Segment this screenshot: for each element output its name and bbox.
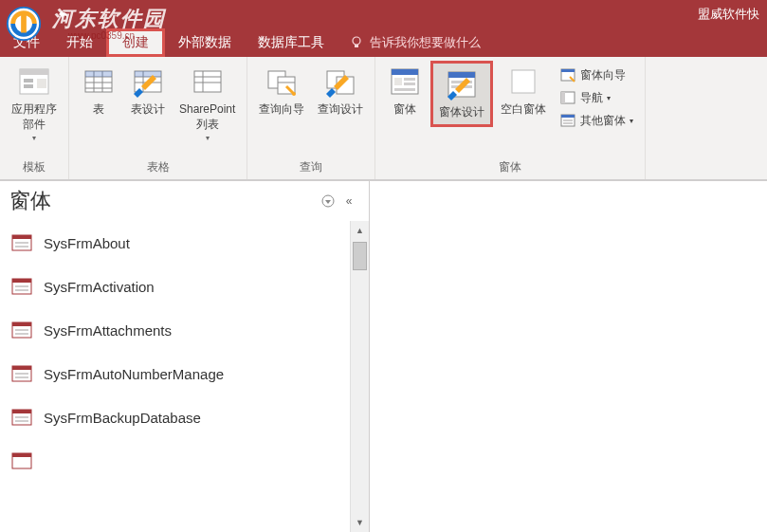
- form-button[interactable]: 窗体: [381, 61, 429, 121]
- ribbon-group-tables: 表 表设计 SharePoint 列表 ▾ 表格: [69, 57, 247, 179]
- svg-rect-55: [563, 122, 573, 124]
- scroll-thumb[interactable]: [353, 242, 367, 270]
- navigation-button[interactable]: 导航 ▾: [556, 87, 637, 108]
- nav-collapse-button[interactable]: «: [338, 191, 359, 211]
- ribbon-group-forms: 窗体 窗体设计 空白窗体 窗体向导: [375, 57, 646, 179]
- lightbulb-icon: [349, 35, 364, 50]
- nav-item-sysfrmactivation[interactable]: SysFrmActivation: [0, 265, 350, 308]
- svg-rect-63: [12, 279, 31, 283]
- query-wizard-icon: [265, 64, 299, 99]
- svg-rect-65: [15, 289, 28, 291]
- nav-item-sysfrmautonumbermanage[interactable]: SysFrmAutoNumberManage: [0, 352, 350, 395]
- nav-scrollbar[interactable]: ▲ ▼: [350, 221, 369, 532]
- blank-form-button[interactable]: 空白窗体: [495, 61, 552, 121]
- navigation-pane: 窗体 « SysFrmAbout SysFrmActivation SysFrm…: [0, 181, 370, 532]
- tab-external-data[interactable]: 外部数据: [165, 28, 245, 57]
- chevron-down-icon: ▾: [630, 117, 633, 125]
- form-object-icon: [11, 278, 32, 295]
- svg-rect-77: [15, 420, 28, 422]
- svg-rect-38: [404, 78, 415, 81]
- form-wizard-button[interactable]: 窗体向导: [556, 64, 637, 85]
- nav-item-sysfrmabout[interactable]: SysFrmAbout: [0, 221, 350, 265]
- svg-rect-47: [512, 70, 535, 93]
- table-design-icon: [131, 64, 165, 99]
- app-parts-button[interactable]: 应用程序 部件 ▾: [6, 61, 63, 146]
- svg-rect-60: [15, 242, 28, 244]
- group-label-forms: 窗体: [381, 157, 639, 177]
- form-object-icon: [11, 234, 32, 251]
- more-forms-icon: [559, 112, 576, 129]
- query-design-button[interactable]: 查询设计: [312, 61, 369, 121]
- svg-rect-51: [561, 92, 565, 103]
- app-parts-label: 应用程序 部件: [11, 102, 57, 132]
- svg-rect-36: [392, 69, 418, 75]
- svg-point-30: [292, 92, 296, 96]
- table-design-button[interactable]: 表设计: [124, 61, 172, 121]
- nav-filter-dropdown[interactable]: [318, 191, 338, 211]
- form-object-icon: [11, 452, 32, 469]
- form-object-icon: [11, 321, 32, 339]
- form-icon: [388, 64, 422, 99]
- group-label-tables: 表格: [75, 157, 241, 177]
- tell-me-search[interactable]: 告诉我你想要做什么: [338, 28, 492, 57]
- nav-header: 窗体 «: [0, 181, 369, 221]
- query-design-icon: [323, 64, 357, 99]
- scroll-up-button[interactable]: ▲: [351, 221, 369, 240]
- svg-rect-73: [15, 376, 28, 378]
- svg-rect-23: [194, 71, 221, 92]
- svg-rect-37: [394, 78, 402, 85]
- svg-rect-8: [37, 79, 46, 88]
- svg-rect-5: [20, 69, 48, 75]
- chevron-down-icon: ▾: [206, 134, 210, 142]
- blank-form-icon: [506, 64, 540, 99]
- ribbon: 应用程序 部件 ▾ 模板 表 表设计: [0, 57, 767, 180]
- svg-rect-40: [394, 88, 415, 91]
- app-logo-icon: [6, 6, 42, 42]
- svg-rect-53: [561, 115, 575, 118]
- svg-rect-42: [448, 72, 475, 78]
- ribbon-group-queries: 查询向导 查询设计 查询: [247, 57, 375, 179]
- sharepoint-icon: [191, 64, 225, 99]
- svg-marker-33: [326, 88, 336, 98]
- svg-rect-69: [15, 333, 28, 335]
- nav-title: 窗体: [9, 187, 318, 215]
- watermark-url: www.pc0359.cn: [68, 30, 135, 41]
- app-parts-icon: [17, 64, 51, 99]
- svg-rect-76: [15, 416, 28, 418]
- nav-item-sysfrmbackupdatabase[interactable]: SysFrmBackupDatabase: [0, 395, 350, 439]
- nav-item-partial[interactable]: [0, 439, 350, 483]
- form-wizard-icon: [559, 66, 576, 83]
- window-title: 盟威软件快: [698, 6, 759, 23]
- table-button[interactable]: 表: [75, 61, 122, 121]
- svg-rect-15: [85, 71, 112, 77]
- svg-point-2: [353, 37, 360, 45]
- main-canvas: [370, 181, 767, 532]
- group-label-templates: 模板: [6, 157, 63, 177]
- form-object-icon: [11, 365, 32, 382]
- nav-item-sysfrmattachments[interactable]: SysFrmAttachments: [0, 308, 350, 352]
- form-design-icon: [445, 67, 479, 101]
- svg-rect-39: [404, 83, 415, 85]
- form-design-button[interactable]: 窗体设计: [430, 61, 493, 127]
- svg-rect-64: [15, 285, 28, 287]
- tab-database-tools[interactable]: 数据库工具: [245, 28, 338, 57]
- svg-rect-71: [12, 366, 31, 370]
- svg-rect-68: [15, 329, 28, 331]
- svg-marker-57: [325, 200, 331, 204]
- chevron-down-icon: ▾: [32, 134, 36, 142]
- sharepoint-list-button[interactable]: SharePoint 列表 ▾: [173, 61, 241, 146]
- svg-rect-59: [12, 235, 31, 239]
- svg-rect-54: [563, 119, 573, 121]
- svg-rect-49: [561, 69, 575, 72]
- svg-rect-1: [21, 15, 27, 33]
- svg-rect-6: [24, 79, 33, 83]
- svg-rect-72: [15, 373, 28, 375]
- query-wizard-button[interactable]: 查询向导: [253, 61, 310, 121]
- form-object-icon: [11, 409, 32, 426]
- more-forms-button[interactable]: 其他窗体 ▾: [556, 110, 637, 131]
- title-bar: 河东软件园 www.pc0359.cn 盟威软件快: [0, 0, 767, 28]
- svg-rect-75: [12, 410, 31, 413]
- ribbon-group-templates: 应用程序 部件 ▾ 模板: [0, 57, 69, 179]
- table-icon: [82, 64, 116, 99]
- scroll-down-button[interactable]: ▼: [351, 513, 369, 532]
